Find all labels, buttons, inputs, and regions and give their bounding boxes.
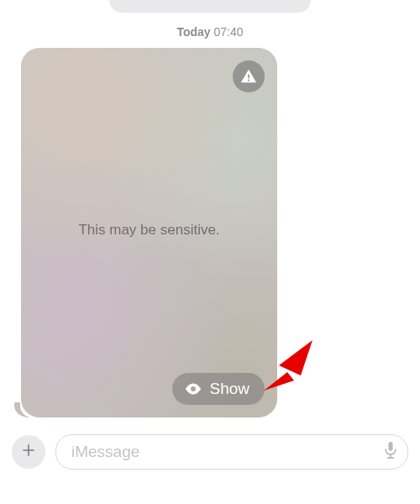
date-time: 07:40 <box>214 25 244 39</box>
svg-rect-0 <box>248 74 249 78</box>
sensitive-content-label: This may be sensitive. <box>21 222 277 239</box>
sensitive-image-bubble[interactable]: This may be sensitive. Show <box>21 48 277 417</box>
compose-bar <box>0 428 420 475</box>
eye-icon <box>184 380 202 398</box>
warning-triangle-icon <box>239 67 258 86</box>
svg-point-2 <box>192 386 197 391</box>
svg-rect-5 <box>389 442 393 451</box>
dictation-button[interactable] <box>382 440 399 464</box>
message-input[interactable] <box>70 442 375 462</box>
date-day: Today <box>176 25 210 39</box>
add-button[interactable] <box>12 435 45 469</box>
plus-icon <box>20 442 37 462</box>
show-button-label: Show <box>209 380 249 398</box>
svg-marker-4 <box>279 340 312 375</box>
warning-badge[interactable] <box>233 60 265 92</box>
message-input-wrap[interactable] <box>55 434 408 470</box>
microphone-icon <box>382 440 399 464</box>
show-button[interactable]: Show <box>172 373 265 405</box>
previous-message-bubble[interactable] <box>109 0 311 13</box>
date-separator: Today 07:40 <box>0 25 420 39</box>
svg-point-1 <box>248 79 249 81</box>
